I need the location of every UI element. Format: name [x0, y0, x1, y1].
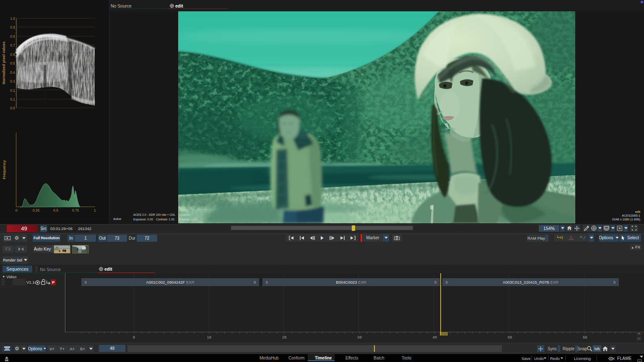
svg-text:0: 0 [16, 208, 18, 212]
svg-text:0.7: 0.7 [10, 43, 15, 47]
svg-text:1.0: 1.0 [10, 16, 15, 21]
svg-text:0.1: 0.1 [10, 97, 15, 101]
svg-text:0.2: 0.2 [10, 88, 15, 93]
svg-text:Normalized pixel values: Normalized pixel values [2, 41, 6, 84]
svg-text:0.0: 0.0 [10, 106, 15, 110]
svg-text:0.6: 0.6 [10, 52, 15, 57]
svg-text:0.4: 0.4 [10, 70, 15, 75]
svg-text:0.8: 0.8 [10, 34, 15, 39]
svg-text:1: 1 [94, 208, 96, 212]
svg-text:0.9: 0.9 [10, 25, 15, 29]
svg-text:0.75: 0.75 [72, 208, 79, 212]
svg-text:0.5: 0.5 [53, 208, 58, 212]
svg-text:Frequency: Frequency [2, 160, 6, 179]
svg-text:0.5: 0.5 [10, 61, 15, 65]
svg-text:0.25: 0.25 [33, 208, 40, 212]
svg-text:0.3: 0.3 [10, 79, 15, 83]
